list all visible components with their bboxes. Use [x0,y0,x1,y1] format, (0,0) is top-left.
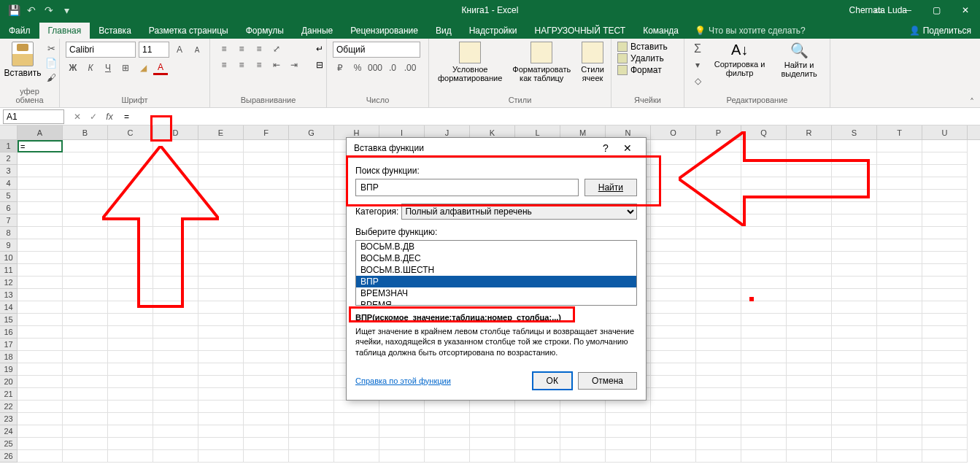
cell[interactable] [696,363,741,376]
cell[interactable] [334,413,379,425]
cell[interactable] [832,214,877,227]
cell[interactable] [560,413,606,425]
cell[interactable] [18,363,63,376]
cell[interactable] [63,301,108,314]
row-header[interactable]: 12 [0,277,18,289]
inc-decimal-icon[interactable]: .0 [385,61,400,75]
cell[interactable] [289,165,334,177]
name-box[interactable]: A1 [3,109,64,124]
cell[interactable] [425,438,470,450]
cell[interactable] [198,401,244,413]
cell[interactable] [153,140,198,152]
cell[interactable] [515,425,560,438]
row-header[interactable]: 14 [0,301,18,314]
cell[interactable] [741,413,787,425]
col-header[interactable]: Q [741,125,787,139]
cell[interactable] [198,339,244,351]
cell[interactable] [877,140,922,152]
cell[interactable] [108,363,153,376]
cell[interactable] [696,401,741,413]
cell[interactable] [63,277,108,289]
cell[interactable] [244,413,289,425]
cell[interactable] [922,227,968,239]
cell[interactable] [108,413,153,425]
cell[interactable] [153,165,198,177]
row-header[interactable]: 11 [0,264,18,277]
cell[interactable] [832,264,877,277]
cell[interactable] [108,165,153,177]
grow-font-icon[interactable]: A [172,42,187,57]
cell[interactable] [922,140,968,152]
cell[interactable] [787,339,832,351]
cell[interactable] [696,190,741,202]
row-header[interactable]: 10 [0,252,18,264]
cell[interactable] [244,152,289,165]
cell[interactable] [18,165,63,177]
cell[interactable] [379,438,425,450]
cell[interactable] [787,376,832,388]
cell[interactable] [153,339,198,351]
tab-layout[interactable]: Разметка страницы [140,23,237,39]
cell[interactable] [922,388,968,401]
ok-button[interactable]: ОК [533,372,572,390]
cell[interactable] [832,363,877,376]
cell[interactable] [832,326,877,339]
share-button[interactable]: 👤Поделиться [900,23,980,39]
cell[interactable] [787,227,832,239]
cell[interactable] [108,214,153,227]
cell[interactable] [787,450,832,463]
cell[interactable] [63,252,108,264]
cell[interactable] [153,202,198,214]
cell[interactable] [832,140,877,152]
cell[interactable] [696,140,741,152]
cell[interactable] [606,425,651,438]
tab-data[interactable]: Данные [293,23,342,39]
cell[interactable] [877,450,922,463]
row-header[interactable]: 2 [0,152,18,165]
cell[interactable] [877,165,922,177]
cell[interactable] [198,413,244,425]
cell[interactable] [696,376,741,388]
cell[interactable] [877,413,922,425]
col-header[interactable]: U [922,125,968,139]
format-as-table-button[interactable]: Форматировать как таблицу [509,42,574,82]
cell[interactable] [153,289,198,301]
font-color-icon[interactable]: A [153,61,168,75]
cell[interactable] [244,165,289,177]
cell[interactable] [787,363,832,376]
cell[interactable] [198,376,244,388]
cancel-button[interactable]: Отмена [578,372,637,390]
cell[interactable] [696,314,741,326]
maximize-icon[interactable]: ▢ [922,0,951,20]
cell[interactable] [787,425,832,438]
cell[interactable] [289,252,334,264]
cell[interactable] [922,190,968,202]
cell[interactable] [198,190,244,202]
cell[interactable] [153,190,198,202]
cell[interactable] [18,202,63,214]
cell[interactable] [832,202,877,214]
cell[interactable] [18,326,63,339]
cell[interactable] [877,152,922,165]
cell[interactable] [832,438,877,450]
cell[interactable] [741,351,787,363]
cell[interactable] [787,277,832,289]
cell[interactable] [696,301,741,314]
cell[interactable] [651,301,696,314]
cell[interactable] [787,326,832,339]
cell[interactable] [108,401,153,413]
cell[interactable] [289,314,334,326]
cell[interactable] [741,363,787,376]
cell[interactable] [244,252,289,264]
cell[interactable] [153,425,198,438]
cell[interactable] [153,214,198,227]
cell[interactable] [198,152,244,165]
cell[interactable] [787,401,832,413]
cell[interactable] [108,227,153,239]
cell[interactable] [153,450,198,463]
cell[interactable] [289,438,334,450]
cell[interactable] [741,140,787,152]
cell[interactable] [922,289,968,301]
cell[interactable] [63,413,108,425]
cell[interactable] [560,450,606,463]
